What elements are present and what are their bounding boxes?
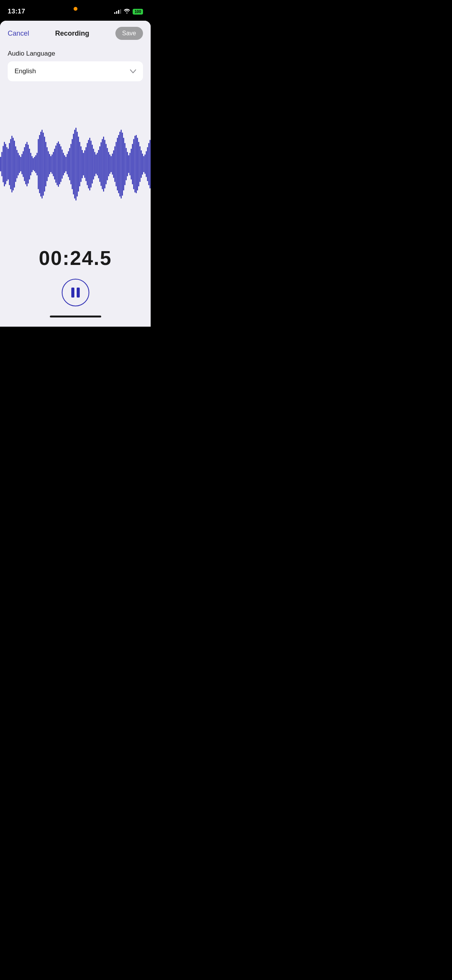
svg-rect-102 <box>128 155 129 173</box>
svg-rect-63 <box>79 141 81 186</box>
svg-rect-92 <box>116 141 117 186</box>
svg-rect-5 <box>7 147 8 181</box>
svg-rect-118 <box>148 143 150 185</box>
svg-rect-18 <box>23 151 24 177</box>
signal-bar-4 <box>120 9 121 14</box>
page-title: Recording <box>55 30 89 38</box>
svg-rect-36 <box>45 141 46 186</box>
svg-rect-59 <box>74 130 76 199</box>
svg-rect-13 <box>16 150 18 178</box>
svg-rect-53 <box>67 154 68 174</box>
svg-rect-3 <box>4 141 5 186</box>
svg-rect-30 <box>38 139 39 189</box>
svg-rect-44 <box>55 145 56 183</box>
svg-rect-107 <box>135 136 136 192</box>
svg-rect-42 <box>53 152 54 176</box>
svg-rect-80 <box>100 142 102 186</box>
svg-rect-99 <box>125 143 126 185</box>
svg-rect-97 <box>122 132 123 196</box>
svg-rect-52 <box>66 156 67 171</box>
svg-rect-76 <box>95 154 97 174</box>
svg-rect-9 <box>12 136 13 192</box>
svg-rect-15 <box>19 155 20 173</box>
svg-rect-83 <box>104 140 105 188</box>
svg-rect-100 <box>126 148 127 180</box>
orange-dot <box>74 7 77 11</box>
svg-rect-34 <box>43 132 44 196</box>
svg-rect-112 <box>141 150 142 178</box>
svg-rect-8 <box>10 139 12 189</box>
svg-rect-1 <box>2 152 3 176</box>
svg-rect-24 <box>30 153 31 175</box>
battery-indicator: 100 <box>133 9 143 15</box>
svg-rect-98 <box>123 138 124 190</box>
svg-rect-47 <box>59 144 60 184</box>
status-time: 13:17 <box>8 8 25 15</box>
svg-rect-119 <box>150 140 151 188</box>
language-picker[interactable]: English <box>8 61 143 81</box>
svg-rect-113 <box>142 153 143 174</box>
svg-rect-81 <box>102 139 103 189</box>
signal-bar-1 <box>114 12 115 14</box>
home-indicator <box>50 316 101 317</box>
svg-rect-26 <box>33 158 34 170</box>
svg-rect-87 <box>109 154 110 174</box>
timer-section: 00:24.5 <box>0 247 151 327</box>
svg-rect-60 <box>76 127 77 200</box>
svg-rect-66 <box>83 153 84 175</box>
svg-rect-114 <box>143 156 145 172</box>
waveform-container <box>0 81 151 247</box>
pause-bar-left <box>71 288 74 298</box>
svg-rect-10 <box>13 138 14 190</box>
nav-bar: Cancel Recording Save <box>0 21 151 44</box>
svg-rect-69 <box>87 143 88 185</box>
svg-rect-4 <box>5 144 6 184</box>
svg-rect-95 <box>120 132 121 196</box>
svg-rect-62 <box>78 136 79 192</box>
svg-rect-48 <box>61 146 62 182</box>
svg-rect-11 <box>14 140 15 187</box>
svg-rect-117 <box>147 147 148 181</box>
svg-rect-37 <box>47 147 48 181</box>
svg-rect-101 <box>127 152 128 176</box>
svg-rect-51 <box>64 155 65 173</box>
svg-rect-90 <box>113 150 114 178</box>
svg-rect-25 <box>31 156 33 172</box>
svg-rect-79 <box>99 146 100 182</box>
svg-rect-116 <box>146 151 147 177</box>
svg-rect-65 <box>82 150 83 178</box>
svg-rect-38 <box>48 151 49 177</box>
svg-rect-41 <box>52 154 53 174</box>
svg-rect-58 <box>73 133 74 194</box>
signal-bar-3 <box>118 10 119 14</box>
svg-rect-56 <box>71 144 72 184</box>
svg-rect-43 <box>54 148 55 179</box>
status-bar: 13:17 100 <box>0 0 151 21</box>
cancel-button[interactable]: Cancel <box>8 30 29 38</box>
svg-rect-32 <box>40 132 41 196</box>
svg-rect-94 <box>118 135 119 193</box>
svg-rect-27 <box>34 156 35 171</box>
svg-rect-14 <box>18 153 19 175</box>
signal-bar-2 <box>116 11 117 14</box>
svg-rect-78 <box>98 150 99 178</box>
svg-rect-29 <box>36 153 38 175</box>
svg-rect-7 <box>9 143 10 185</box>
svg-rect-21 <box>26 141 28 186</box>
svg-rect-23 <box>29 148 30 179</box>
svg-rect-50 <box>63 153 64 175</box>
svg-rect-45 <box>57 143 58 185</box>
svg-rect-73 <box>92 145 93 183</box>
svg-rect-64 <box>81 146 82 182</box>
pause-button[interactable] <box>62 279 89 306</box>
svg-rect-61 <box>77 132 78 196</box>
svg-rect-74 <box>93 148 94 179</box>
svg-rect-40 <box>50 156 51 172</box>
svg-rect-22 <box>28 145 29 183</box>
svg-rect-91 <box>114 146 115 182</box>
svg-rect-31 <box>39 135 40 193</box>
svg-rect-6 <box>8 148 9 179</box>
save-button[interactable]: Save <box>115 27 143 40</box>
chevron-down-icon <box>130 68 136 75</box>
waveform <box>0 122 151 206</box>
